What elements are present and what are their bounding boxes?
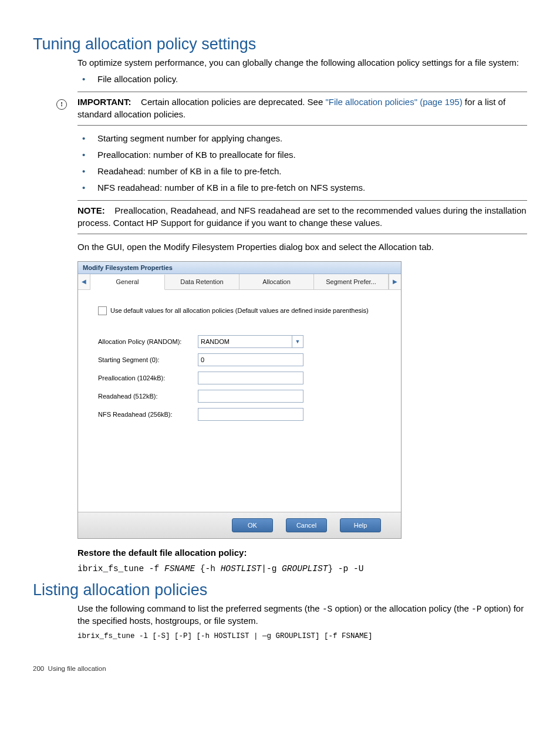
cancel-button[interactable]: Cancel xyxy=(286,518,327,532)
modify-filesystem-dialog: Modify Filesystem Properties ◀ General D… xyxy=(77,261,402,539)
tab-general[interactable]: General xyxy=(90,275,165,290)
list-item: Readahead: number of KB in a file to pre… xyxy=(77,166,527,177)
starting-segment-label: Starting Segment (0): xyxy=(98,356,198,363)
listing-command: ibrix_fs_tune -l [-S] [-P] [-h HOSTLIST … xyxy=(77,632,527,642)
restore-command: ibrix_fs_tune -f FSNAME {-h HOSTLIST|-g … xyxy=(77,563,527,575)
help-button[interactable]: Help xyxy=(340,518,381,532)
allocation-policy-label: Allocation Policy (RANDOM): xyxy=(98,338,198,345)
important-link[interactable]: "File allocation policies" (page 195) xyxy=(325,97,462,107)
page-number: 200 xyxy=(33,665,44,672)
tab-scroll-left-icon[interactable]: ◀ xyxy=(78,274,90,289)
important-icon: ! xyxy=(56,97,67,110)
nfs-readahead-input[interactable] xyxy=(198,408,303,421)
important-label: IMPORTANT: xyxy=(77,97,131,107)
ok-button[interactable]: OK xyxy=(232,518,273,532)
list-item: Starting segment number for applying cha… xyxy=(77,133,527,144)
section-title-tuning: Tuning allocation policy settings xyxy=(33,35,527,53)
tab-segment-prefer[interactable]: Segment Prefer... xyxy=(314,274,389,289)
allocation-policy-select[interactable]: RANDOM ▼ xyxy=(198,335,303,348)
chevron-down-icon: ▼ xyxy=(292,336,303,347)
gui-instruction: On the GUI, open the Modify Filesystem P… xyxy=(77,241,527,253)
section-title-listing: Listing allocation policies xyxy=(33,581,527,599)
tab-data-retention[interactable]: Data Retention xyxy=(165,274,239,289)
list-item: NFS readahead: number of KB in a file to… xyxy=(77,182,527,194)
important-admonition: ! IMPORTANT: Certain allocation policies… xyxy=(77,92,527,126)
readahead-input[interactable] xyxy=(198,390,303,403)
dialog-title: Modify Filesystem Properties xyxy=(78,262,401,274)
page-footer: 200 Using file allocation xyxy=(33,665,527,672)
note-text: Preallocation, Readahead, and NFS readah… xyxy=(77,205,527,228)
preallocation-label: Preallocation (1024kB): xyxy=(98,374,198,382)
note-admonition: NOTE: Preallocation, Readahead, and NFS … xyxy=(77,200,527,234)
listing-intro: Use the following command to list the pr… xyxy=(77,603,527,627)
intro-paragraph: To optimize system performance, you can … xyxy=(77,57,527,69)
starting-segment-input[interactable]: 0 xyxy=(198,353,303,366)
use-defaults-checkbox[interactable] xyxy=(98,306,107,315)
tab-scroll-right-icon[interactable]: ▶ xyxy=(389,274,401,289)
list-item: File allocation policy. xyxy=(77,73,527,85)
restore-heading: Restore the default file allocation poli… xyxy=(77,547,527,559)
use-defaults-label: Use default values for all allocation po… xyxy=(110,307,369,314)
note-label: NOTE: xyxy=(77,205,105,215)
nfs-readahead-label: NFS Readahead (256kB): xyxy=(98,411,198,418)
chapter-name: Using file allocation xyxy=(48,665,106,672)
dialog-tabstrip: ◀ General Data Retention Allocation Segm… xyxy=(78,274,401,290)
readahead-label: Readahead (512kB): xyxy=(98,393,198,400)
tab-allocation[interactable]: Allocation xyxy=(239,274,314,289)
important-text-1: Certain allocation policies are deprecat… xyxy=(141,97,325,107)
list-item: Preallocation: number of KB to prealloca… xyxy=(77,149,527,161)
preallocation-input[interactable] xyxy=(198,372,303,384)
